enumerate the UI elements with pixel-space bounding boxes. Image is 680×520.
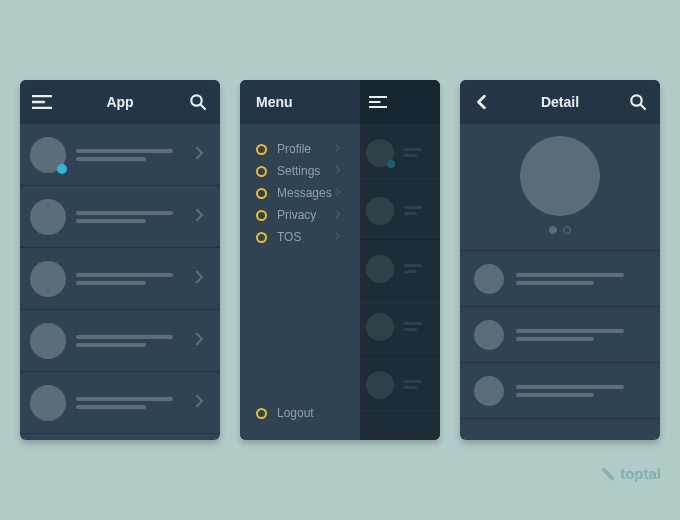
search-icon[interactable]	[186, 90, 210, 114]
detail-hero	[460, 136, 660, 251]
menu-item-tos[interactable]: TOS	[240, 226, 360, 248]
menu-title: Menu	[256, 94, 293, 110]
avatar	[474, 264, 504, 294]
pager-dot	[563, 226, 571, 234]
menu-footer: Logout	[240, 402, 360, 424]
text-skeleton	[76, 393, 184, 413]
bullet-icon	[256, 232, 267, 243]
phone-app: App	[20, 80, 220, 440]
detail-row[interactable]	[460, 363, 660, 419]
avatar	[30, 137, 66, 173]
text-skeleton	[516, 381, 636, 401]
text-skeleton	[76, 331, 184, 351]
avatar	[474, 320, 504, 350]
chevron-right-icon	[194, 271, 210, 287]
toptal-logo-icon	[600, 466, 616, 482]
detail-row[interactable]	[460, 251, 660, 307]
app-list	[20, 124, 220, 434]
menu-icon[interactable]	[30, 90, 54, 114]
status-dot	[57, 164, 67, 174]
menu-icon	[366, 90, 390, 114]
menu-label: TOS	[277, 230, 334, 244]
bullet-icon	[256, 144, 267, 155]
pager-dot-active	[549, 226, 557, 234]
avatar-large	[520, 136, 600, 216]
phone-menu: Menu Profile Settings Messages	[240, 80, 440, 440]
avatar	[30, 261, 66, 297]
chevron-right-icon	[334, 210, 344, 220]
text-skeleton	[516, 325, 636, 345]
pager[interactable]	[549, 226, 571, 234]
underlay-content	[360, 80, 440, 440]
menu-label: Logout	[277, 406, 344, 420]
svg-point-0	[191, 95, 201, 105]
chevron-right-icon	[334, 232, 344, 242]
text-skeleton	[76, 269, 184, 289]
menu-item-messages[interactable]: Messages	[240, 182, 360, 204]
list-item[interactable]	[20, 248, 220, 310]
detail-row[interactable]	[460, 307, 660, 363]
bullet-icon	[256, 408, 267, 419]
chevron-right-icon	[194, 333, 210, 349]
bullet-icon	[256, 188, 267, 199]
svg-point-1	[631, 95, 641, 105]
menu-item-profile[interactable]: Profile	[240, 138, 360, 160]
phone-detail: Detail	[460, 80, 660, 440]
detail-body	[460, 124, 660, 419]
menu-label: Settings	[277, 164, 334, 178]
list-item[interactable]	[20, 372, 220, 434]
list-item[interactable]	[20, 186, 220, 248]
back-icon[interactable]	[470, 90, 494, 114]
text-skeleton	[76, 207, 184, 227]
menu-label: Messages	[277, 186, 334, 200]
avatar	[474, 376, 504, 406]
watermark: toptal	[600, 465, 661, 482]
avatar	[30, 199, 66, 235]
text-skeleton	[516, 269, 636, 289]
list-item[interactable]	[20, 310, 220, 372]
search-icon[interactable]	[626, 90, 650, 114]
chevron-right-icon	[194, 395, 210, 411]
menu-item-privacy[interactable]: Privacy	[240, 204, 360, 226]
menu-label: Privacy	[277, 208, 334, 222]
menu-item-logout[interactable]: Logout	[240, 402, 360, 424]
menu-drawer: Menu Profile Settings Messages	[240, 80, 360, 440]
menu-items: Profile Settings Messages Privacy	[240, 124, 360, 248]
chevron-right-icon	[334, 144, 344, 154]
chevron-right-icon	[334, 188, 344, 198]
menu-header: Menu	[240, 80, 360, 124]
app-header: App	[20, 80, 220, 124]
detail-header: Detail	[460, 80, 660, 124]
chevron-right-icon	[334, 166, 344, 176]
list-item[interactable]	[20, 124, 220, 186]
menu-item-settings[interactable]: Settings	[240, 160, 360, 182]
bullet-icon	[256, 166, 267, 177]
menu-label: Profile	[277, 142, 334, 156]
chevron-right-icon	[194, 147, 210, 163]
avatar	[30, 323, 66, 359]
chevron-right-icon	[194, 209, 210, 225]
avatar	[30, 385, 66, 421]
watermark-text: toptal	[620, 465, 661, 482]
bullet-icon	[256, 210, 267, 221]
text-skeleton	[76, 145, 184, 165]
